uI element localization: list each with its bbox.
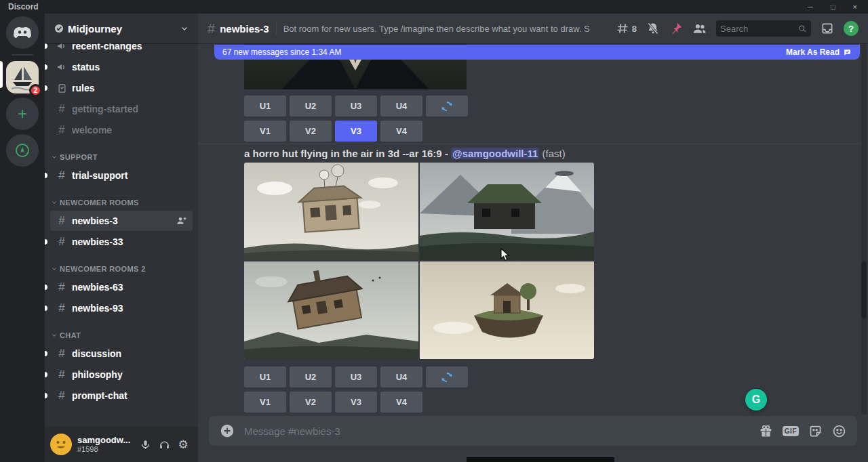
home-button[interactable] — [6, 16, 39, 49]
sidebar-item-prompt-chat[interactable]: # prompt-chat — [50, 385, 193, 406]
upscale-button-u1[interactable]: U1 — [244, 96, 286, 117]
variation-button-v2[interactable]: V2 — [290, 121, 332, 142]
upscale-button-u2[interactable]: U2 — [290, 366, 332, 387]
upscale-button-u2[interactable]: U2 — [290, 96, 332, 117]
sidebar-item-newbies-63[interactable]: # newbies-63 — [50, 277, 193, 297]
message-input[interactable] — [244, 425, 749, 437]
sidebar-item-recent-changes[interactable]: recent-changes — [50, 43, 193, 56]
category-newcomer-rooms-2[interactable]: NEWCOMER ROOMS 2 — [50, 261, 193, 276]
explore-servers-button[interactable] — [6, 134, 39, 167]
sidebar-item-rules[interactable]: rules — [50, 78, 193, 98]
sidebar-item-getting-started[interactable]: # getting-started — [50, 99, 193, 119]
upscale-button-u4[interactable]: U4 — [380, 366, 422, 387]
unread-indicator — [45, 306, 47, 311]
variation-button-v1[interactable]: V1 — [244, 392, 286, 413]
category-newcomer-rooms[interactable]: NEWCOMER ROOMS — [50, 195, 193, 210]
scrollbar-thumb[interactable] — [861, 261, 867, 318]
category-support[interactable]: SUPPORT — [50, 150, 193, 165]
minimize-button[interactable]: ─ — [808, 3, 813, 11]
grammarly-widget[interactable]: G — [745, 389, 767, 411]
server-header[interactable]: Midjourney — [45, 14, 198, 43]
mic-button[interactable] — [136, 435, 155, 454]
rail-divider — [12, 54, 33, 56]
search-input[interactable] — [720, 24, 795, 34]
generation-mode: (fast) — [542, 148, 566, 159]
reroll-button[interactable] — [426, 96, 468, 117]
mic-icon — [140, 439, 151, 450]
deafen-button[interactable] — [155, 435, 174, 454]
reroll-icon — [441, 100, 453, 112]
variation-button-v4[interactable]: V4 — [380, 121, 422, 142]
generated-image-grid-cell-3[interactable] — [244, 261, 418, 359]
member-list-button[interactable] — [692, 22, 707, 36]
plus-circle-icon — [220, 423, 235, 438]
variation-button-v1[interactable]: V1 — [244, 121, 286, 142]
generated-image-grid-cell-4[interactable] — [420, 261, 594, 359]
gift-button[interactable] — [759, 424, 773, 438]
unread-indicator — [45, 351, 47, 356]
server-icon-midjourney[interactable]: 2 — [6, 61, 39, 93]
upscale-button-u4[interactable]: U4 — [380, 96, 422, 117]
sidebar-item-welcome[interactable]: # welcome — [50, 120, 193, 140]
upscale-button-u1[interactable]: U1 — [244, 366, 286, 387]
channel-label: newbies-93 — [72, 303, 187, 314]
close-button[interactable]: × — [853, 3, 857, 11]
new-messages-bar[interactable]: 67 new messages since 1:34 AM Mark As Re… — [214, 45, 860, 60]
variation-button-v2[interactable]: V2 — [290, 392, 332, 413]
inbox-button[interactable] — [821, 22, 834, 35]
threads-count: 8 — [632, 24, 637, 34]
gif-button[interactable]: GIF — [783, 426, 799, 436]
message-list[interactable]: U1 U2 U3 U4 V1 V2 V3 V4 a hor — [198, 43, 868, 416]
message-check-icon — [843, 48, 852, 57]
chevron-down-icon — [52, 266, 57, 272]
emoji-button[interactable] — [832, 424, 846, 438]
sidebar-item-newbies-3[interactable]: # newbies-3 — [50, 211, 193, 231]
user-mention[interactable]: @samgoodwill-11 — [451, 148, 539, 159]
composer-box: GIF — [209, 416, 857, 446]
pinned-messages-button[interactable] — [669, 22, 683, 35]
upscale-button-u3[interactable]: U3 — [335, 96, 377, 117]
sticker-icon — [808, 424, 823, 438]
generated-image-grid-cell-1[interactable] — [244, 163, 418, 260]
threads-button[interactable] — [616, 22, 629, 35]
category-label: SUPPORT — [60, 153, 98, 161]
sidebar-item-newbies-93[interactable]: # newbies-93 — [50, 298, 193, 318]
generated-image-grid[interactable] — [244, 163, 594, 359]
reroll-button[interactable] — [426, 366, 468, 387]
reroll-icon — [441, 371, 453, 383]
selected-server-indicator — [0, 61, 3, 88]
attach-button[interactable] — [220, 423, 235, 438]
maximize-button[interactable]: □ — [831, 3, 835, 11]
question-mark-icon: ? — [848, 24, 854, 34]
sidebar-item-philosophy[interactable]: # philosophy — [50, 364, 193, 385]
channel-sidebar: Midjourney recent-changes — [45, 14, 198, 462]
sidebar-item-status[interactable]: status — [50, 57, 193, 77]
sticker-button[interactable] — [808, 424, 823, 438]
create-invite-icon[interactable] — [176, 215, 187, 226]
generated-image-grid-cell-2[interactable] — [420, 163, 594, 260]
midjourney-actions-row: V1 V2 V3 V4 — [244, 392, 422, 413]
category-chat[interactable]: CHAT — [50, 328, 193, 343]
add-server-button[interactable]: + — [6, 98, 39, 130]
variation-button-v3[interactable]: V3 — [335, 392, 377, 413]
variation-button-v4[interactable]: V4 — [380, 392, 422, 413]
settings-button[interactable]: ⚙ — [174, 435, 193, 454]
window-titlebar: Discord ─ □ × — [0, 0, 868, 14]
sidebar-item-trial-support[interactable]: # trial-support — [50, 165, 193, 186]
plus-icon: + — [18, 106, 27, 122]
mark-as-read-button[interactable]: Mark As Read — [786, 47, 852, 57]
hash-icon: # — [56, 301, 68, 315]
sidebar-item-newbies-33[interactable]: # newbies-33 — [50, 232, 193, 252]
channel-topic[interactable]: Bot room for new users. Type /imagine th… — [283, 24, 590, 34]
channel-label: newbies-33 — [72, 236, 187, 247]
discord-app: Discord ─ □ × — [0, 0, 868, 462]
help-button[interactable]: ? — [844, 21, 859, 36]
sidebar-item-discussion[interactable]: # discussion — [50, 343, 193, 364]
notification-settings-button[interactable] — [646, 22, 660, 35]
user-bar: samgoodw... #1598 ⚙ — [45, 427, 198, 462]
channel-list-scroll[interactable]: recent-changes status ru — [45, 43, 198, 427]
upscale-button-u3[interactable]: U3 — [335, 366, 377, 387]
user-avatar[interactable] — [50, 434, 72, 455]
search-box[interactable] — [716, 20, 811, 37]
variation-button-v3-selected[interactable]: V3 — [335, 121, 377, 142]
